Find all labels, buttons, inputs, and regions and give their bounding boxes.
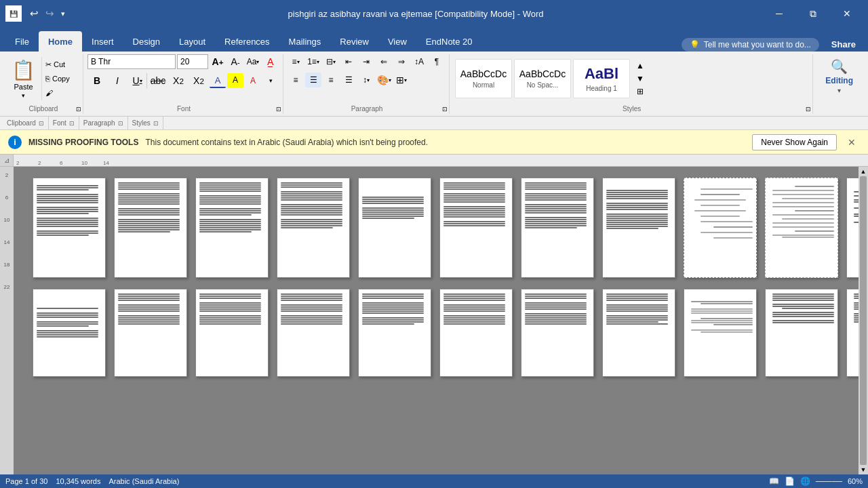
increase-indent-button[interactable]: ⇥ <box>358 54 374 69</box>
tab-review[interactable]: Review <box>330 31 378 52</box>
tell-me-box[interactable]: 💡 Tell me what you want to do... <box>682 38 819 52</box>
redo-button[interactable]: ↪ <box>43 6 57 21</box>
title-bar: 💾 ↩ ↪ ▾ pishgiri az asibhay ravani va ej… <box>0 0 868 27</box>
format-painter-button[interactable]: 🖌 <box>43 86 79 100</box>
page-line <box>118 300 180 301</box>
text-effects-button[interactable]: A <box>245 73 261 88</box>
save-icon[interactable]: 💾 <box>5 5 22 22</box>
paragraph-bottom[interactable]: Paragraph ⊡ <box>79 117 128 129</box>
clipboard-label: Clipboard <box>29 105 58 113</box>
ruler-num-18: 18 <box>4 262 10 268</box>
tab-design[interactable]: Design <box>123 31 170 52</box>
restore-down-button[interactable]: ⧉ <box>797 3 829 24</box>
page-line <box>199 199 261 201</box>
align-left-button[interactable]: ≡ <box>288 73 304 87</box>
cut-button[interactable]: ✂ Cut <box>43 58 79 71</box>
paragraph-expand-icon[interactable]: ⊡ <box>442 106 448 113</box>
scroll-up-arrow[interactable]: ▲ <box>861 168 867 175</box>
line-spacing-button[interactable]: ↕▾ <box>358 73 374 87</box>
numbering-button[interactable]: 1≡▾ <box>305 54 321 69</box>
clear-formatting-button[interactable]: A̲ <box>262 54 279 69</box>
ltr-button[interactable]: ⇒ <box>393 54 410 69</box>
tab-references[interactable]: References <box>215 31 279 52</box>
editing-group: 🔍 Editing ▾ <box>814 54 864 114</box>
border-button[interactable]: ⊞▾ <box>393 73 410 87</box>
paste-button[interactable]: 📋 Paste ▾ <box>5 57 42 100</box>
minimize-button[interactable]: ─ <box>764 3 795 24</box>
vertical-scrollbar[interactable]: ▲ ▼ <box>859 167 868 474</box>
align-center-button[interactable]: ☰ <box>305 73 321 87</box>
clipboard-expand-icon[interactable]: ⊡ <box>76 106 81 113</box>
clipboard-bottom[interactable]: Clipboard ⊡ <box>3 117 49 129</box>
left-ruler: 2 6 10 14 18 22 <box>0 167 14 474</box>
share-button[interactable]: Share <box>825 37 863 52</box>
tab-view[interactable]: View <box>378 31 416 52</box>
subscript-button[interactable]: X2 <box>169 73 188 89</box>
font-expand-icon[interactable]: ⊡ <box>276 106 281 113</box>
tab-endnote[interactable]: EndNote 20 <box>416 31 482 52</box>
undo-button[interactable]: ↩ <box>27 6 41 21</box>
styles-expand: ⊡ <box>153 120 159 127</box>
highlight-button[interactable]: A <box>227 73 243 88</box>
status-bar-right: 📖 📄 🌐 ───── 60% <box>769 476 863 486</box>
tab-mailings[interactable]: Mailings <box>279 31 331 52</box>
strikethrough-button[interactable]: abc <box>149 73 167 89</box>
style-heading1[interactable]: AaBl Heading 1 <box>573 59 630 98</box>
align-right-button[interactable]: ≡ <box>323 73 339 87</box>
shading-button[interactable]: 🎨▾ <box>376 73 392 87</box>
styles-bottom[interactable]: Styles ⊡ <box>128 117 163 129</box>
tab-insert[interactable]: Insert <box>82 31 123 52</box>
page-line <box>281 204 342 205</box>
customize-qat-button[interactable]: ▾ <box>58 6 68 21</box>
superscript-button[interactable]: X2 <box>189 73 208 89</box>
sort-button[interactable]: ↕A <box>411 54 427 69</box>
view-read-button[interactable]: 📖 <box>769 476 779 486</box>
scroll-down-arrow[interactable]: ▼ <box>861 466 867 473</box>
page-line <box>854 296 859 297</box>
decrease-font-button[interactable]: A- <box>227 54 243 69</box>
page-line <box>281 197 342 199</box>
close-button[interactable]: ✕ <box>831 3 863 24</box>
italic-button[interactable]: I <box>108 73 127 89</box>
editing-box[interactable]: 🔍 Editing ▾ <box>820 54 859 98</box>
font-bottom[interactable]: Font ⊡ <box>49 117 79 129</box>
page-line <box>118 188 180 190</box>
rtl-button[interactable]: ⇐ <box>376 54 392 69</box>
font-shade-expand[interactable]: ▾ <box>262 73 279 88</box>
font-name-input[interactable]: B Thr <box>87 54 176 69</box>
page-line <box>362 293 424 295</box>
editing-icon: 🔍 <box>831 58 848 75</box>
styles-scroll-down[interactable]: ▼ <box>632 72 648 85</box>
page-15 <box>277 289 350 377</box>
styles-scroll-up[interactable]: ▲ <box>632 59 648 72</box>
style-normal[interactable]: AaBbCcDc Normal <box>455 59 512 98</box>
page-line <box>443 182 505 184</box>
change-case-button[interactable]: Aa▾ <box>245 54 261 69</box>
notification-close-button[interactable]: ✕ <box>844 136 860 149</box>
view-web-button[interactable]: 🌐 <box>800 476 810 486</box>
tab-home[interactable]: Home <box>39 31 82 52</box>
bold-button[interactable]: B <box>87 73 106 89</box>
decrease-indent-button[interactable]: ⇤ <box>340 54 357 69</box>
styles-expand-icon[interactable]: ⊡ <box>806 106 811 113</box>
normal-label: Normal <box>473 81 494 89</box>
font-size-input[interactable]: 20 <box>177 54 208 69</box>
copy-button[interactable]: ⎘ Copy <box>43 72 79 85</box>
tab-layout[interactable]: Layout <box>170 31 215 52</box>
justify-button[interactable]: ☰ <box>340 73 357 87</box>
view-print-button[interactable]: 📄 <box>785 476 795 486</box>
page-line <box>281 182 342 184</box>
style-no-spacing[interactable]: AaBbCcDc No Spac... <box>514 59 571 98</box>
font-color-button[interactable]: A <box>210 73 226 88</box>
scroll-thumb[interactable] <box>860 176 867 465</box>
underline-button[interactable]: U▾ <box>128 73 147 89</box>
increase-font-button[interactable]: A+ <box>210 54 226 69</box>
multilevel-list-button[interactable]: ⊟▾ <box>323 54 339 69</box>
page-17 <box>439 289 513 377</box>
bullets-button[interactable]: ≡▾ <box>288 54 304 69</box>
styles-expand-button[interactable]: ⊞ <box>632 85 648 98</box>
page-line <box>281 186 342 188</box>
never-show-again-button[interactable]: Never Show Again <box>752 134 837 150</box>
show-formatting-button[interactable]: ¶ <box>429 54 445 69</box>
tab-file[interactable]: File <box>5 31 39 52</box>
